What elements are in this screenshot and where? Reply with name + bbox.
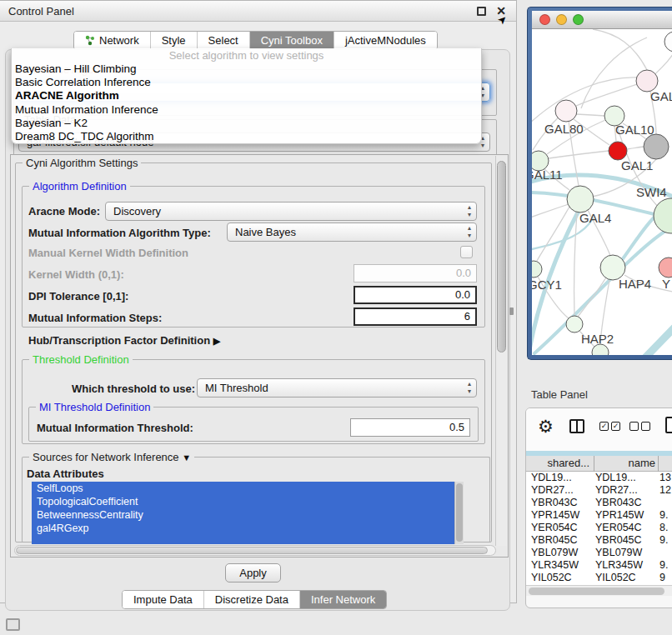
- tab-cyni-toolbox[interactable]: Cyni Toolbox: [250, 32, 334, 49]
- data-attribute-item[interactable]: SelfLoops: [32, 482, 464, 495]
- network-node-gal1[interactable]: [609, 142, 627, 160]
- bottom-tab-impute-data[interactable]: Impute Data: [123, 591, 204, 608]
- network-node-hap2[interactable]: [566, 316, 583, 332]
- vertical-scrollbar[interactable]: [495, 156, 507, 546]
- tab-style[interactable]: Style: [151, 32, 198, 49]
- node-label: GAL11: [532, 168, 563, 182]
- network-node-y[interactable]: [659, 258, 672, 278]
- bottom-tab-label: Impute Data: [133, 591, 193, 608]
- which-threshold-combo[interactable]: MI Threshold: [197, 378, 477, 398]
- table-row[interactable]: YDR27...YDR27...12: [526, 484, 672, 497]
- table-cell: YPR145W: [595, 509, 644, 522]
- mi-steps-label: Mutual Information Steps:: [28, 312, 162, 324]
- table-cell: 13: [659, 472, 671, 484]
- column-header-shared-name[interactable]: shared...: [531, 456, 589, 471]
- table-cell: YBL079W: [531, 547, 578, 559]
- network-canvas[interactable]: GALGAL80GAL10GAL1GAL11SWI4GAL4GCY1HAP4YH…: [532, 29, 672, 355]
- aracne-mode-combo[interactable]: Discovery: [105, 202, 477, 221]
- unchecked-box-icon: [641, 422, 650, 431]
- algorithm-option[interactable]: Mutual Information Inference: [12, 103, 481, 117]
- table-cell: YER054C: [595, 522, 642, 534]
- algorithm-option[interactable]: Bayesian – Hill Climbing: [12, 62, 481, 76]
- table-row[interactable]: YBR045CYBR045C9.: [526, 534, 672, 547]
- network-node-labels: GALGAL80GAL10GAL1GAL11SWI4GAL4GCY1HAP4YH…: [532, 89, 672, 346]
- table-cell: YBL079W: [595, 547, 642, 559]
- table-horizontal-scrollbar[interactable]: [526, 585, 672, 596]
- algorithm-option[interactable]: Basic Correlation Inference: [12, 76, 481, 89]
- tab-select[interactable]: Select: [198, 32, 250, 49]
- table-row[interactable]: YBR043CYBR043C: [526, 497, 672, 509]
- gear-icon[interactable]: ⚙: [538, 417, 554, 437]
- select-all-columns-icon[interactable]: ✓✓: [599, 422, 623, 437]
- table-row[interactable]: YBL079WYBL079W: [526, 547, 672, 559]
- manual-kernel-label: Manual Kernel Width Definition: [28, 247, 188, 259]
- mac-close-button[interactable]: [539, 14, 550, 25]
- table-cell: 8.: [659, 522, 668, 534]
- network-node-gal80[interactable]: [555, 100, 577, 122]
- attr-list-scrollbar[interactable]: [454, 482, 464, 544]
- column-header-name[interactable]: name: [597, 456, 655, 471]
- vertical-scrollbar-thumb[interactable]: [497, 161, 506, 352]
- manual-kernel-checkbox[interactable]: [460, 246, 473, 258]
- bottom-tab-infer-network[interactable]: Infer Network: [300, 591, 386, 608]
- mi-steps-input[interactable]: 6: [354, 308, 477, 326]
- data-attribute-item[interactable]: gal4RGexp: [32, 522, 464, 535]
- table-cell: YIL052C: [531, 572, 572, 584]
- apply-button[interactable]: Apply: [225, 563, 281, 582]
- mac-minimize-button[interactable]: [556, 14, 567, 25]
- columns-icon[interactable]: [569, 419, 584, 433]
- mi-algorithm-type-combo[interactable]: Naive Bayes: [227, 222, 477, 242]
- horizontal-scrollbar[interactable]: [14, 545, 496, 556]
- panel-splitter[interactable]: [509, 308, 514, 315]
- mi-algorithm-type-value: Naive Bayes: [235, 226, 296, 238]
- bottom-tab-bar: Impute DataDiscretize DataInfer Network: [122, 590, 387, 609]
- mac-zoom-button[interactable]: [573, 14, 584, 25]
- algorithm-option[interactable]: ARACNE Algorithm: [12, 89, 481, 102]
- export-table-icon[interactable]: [665, 417, 672, 433]
- network-node[interactable]: [644, 134, 669, 159]
- tab-label: Select: [208, 32, 238, 49]
- algorithm-option[interactable]: Dream8 DC_TDC Algorithm: [12, 130, 481, 143]
- table-row[interactable]: YER054CYER054C8.: [526, 522, 672, 534]
- control-panel-titlebar[interactable]: Control Panel ✕: [0, 1, 516, 22]
- network-icon: [85, 35, 95, 46]
- table-hscroll-thumb[interactable]: [529, 588, 664, 595]
- network-node-swi4[interactable]: [654, 198, 672, 233]
- mi-threshold-label: Mutual Information Threshold:: [37, 422, 193, 434]
- sources-toggle[interactable]: Sources for Network Inference ▼: [29, 451, 194, 463]
- network-window-titlebar[interactable]: [532, 11, 672, 29]
- mi-threshold-input[interactable]: 0.5: [350, 418, 470, 437]
- data-attribute-item[interactable]: TopologicalCoefficient: [32, 495, 464, 508]
- tab-jactivemnodules[interactable]: jActiveMNodules: [334, 32, 437, 49]
- collapsed-panel-icon[interactable]: [6, 618, 20, 631]
- which-threshold-label: Which threshold to use:: [72, 382, 195, 395]
- checked-box-icon: ✓: [611, 422, 620, 431]
- bottom-tab-discretize-data[interactable]: Discretize Data: [204, 591, 300, 608]
- table-row[interactable]: YLR345WYLR345W9.: [526, 559, 672, 572]
- popup-placeholder: Select algorithm to view settings: [12, 49, 481, 62]
- network-view-window[interactable]: GALGAL80GAL10GAL1GAL11SWI4GAL4GCY1HAP4YH…: [527, 7, 672, 360]
- table-cell: 12: [659, 484, 671, 497]
- float-window-icon[interactable]: [477, 7, 486, 16]
- bottom-tab-label: Discretize Data: [215, 591, 288, 608]
- table-cell: 9.: [659, 509, 668, 522]
- data-attribute-item[interactable]: BetweennessCentrality: [32, 508, 464, 522]
- kernel-width-label: Kernel Width (0,1):: [28, 268, 124, 281]
- control-panel-window: Control Panel ✕ NetworkStyleSelectCyni T…: [0, 0, 517, 603]
- attr-list-scrollbar-thumb[interactable]: [456, 483, 463, 542]
- tab-network[interactable]: Network: [74, 32, 151, 49]
- network-node[interactable]: [664, 32, 672, 52]
- horizontal-scrollbar-thumb[interactable]: [16, 547, 488, 554]
- table-row[interactable]: YIL052CYIL052C9: [526, 572, 672, 584]
- network-node-gcy1[interactable]: [532, 261, 542, 278]
- table-header-row: shared... name: [526, 456, 672, 472]
- table-row[interactable]: YPR145WYPR145W9.: [526, 509, 672, 522]
- cyni-algorithm-settings-title: Cyni Algorithm Settings: [23, 157, 141, 169]
- kernel-width-input[interactable]: 0.0: [354, 264, 477, 282]
- algorithm-option[interactable]: Bayesian – K2: [12, 117, 481, 130]
- dpi-tolerance-input[interactable]: 0.0: [354, 286, 477, 304]
- deselect-all-columns-icon[interactable]: [629, 422, 653, 437]
- network-node-gal4[interactable]: [567, 186, 594, 212]
- table-row[interactable]: YDL19...YDL19...13: [526, 472, 672, 484]
- hub-definition-toggle[interactable]: Hub/Transcription Factor Definition ▶: [28, 334, 220, 347]
